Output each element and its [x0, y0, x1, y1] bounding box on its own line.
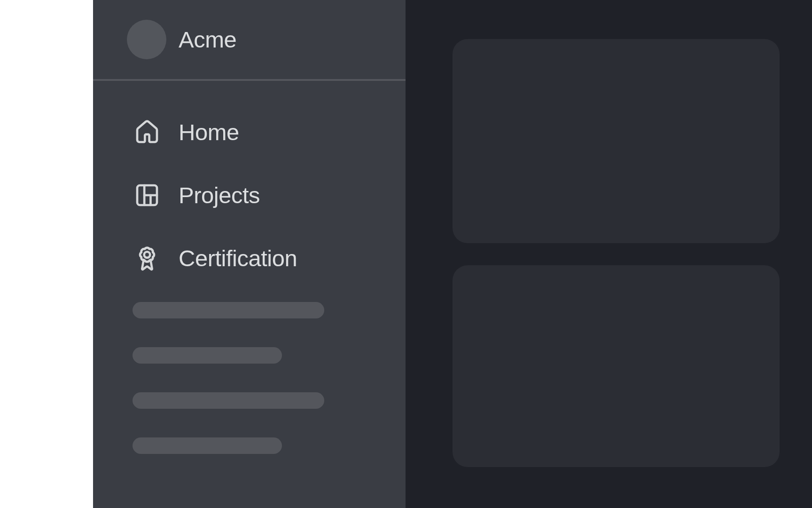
skeleton-bar	[133, 347, 282, 364]
house-icon	[134, 119, 160, 145]
sidebar-item-home[interactable]: Home	[93, 101, 406, 164]
brand-workspace-switcher[interactable]: Acme	[127, 20, 406, 59]
award-badge-icon	[134, 245, 160, 271]
main-content-panel	[406, 0, 812, 508]
skeleton-bar	[133, 437, 282, 454]
sidebar-skeleton-group	[133, 302, 406, 454]
sidebar-item-projects[interactable]: Projects	[93, 164, 406, 227]
placeholder-card	[453, 39, 780, 243]
layout-panels-icon	[134, 182, 160, 208]
sidebar-item-label: Projects	[179, 182, 260, 208]
sidebar: Acme Home	[93, 0, 406, 508]
sidebar-item-label: Home	[179, 119, 239, 145]
sidebar-nav: Home Projects	[93, 101, 406, 290]
sidebar-item-label: Certification	[179, 245, 297, 271]
skeleton-bar	[133, 302, 324, 318]
brand-name: Acme	[179, 26, 236, 53]
sidebar-divider	[93, 79, 406, 81]
app-window: Acme Home	[0, 0, 812, 508]
skeleton-bar	[133, 392, 324, 409]
sidebar-item-certification[interactable]: Certification	[93, 227, 406, 290]
page-background-gutter	[0, 0, 93, 508]
placeholder-card	[453, 265, 780, 467]
brand-avatar	[127, 20, 166, 59]
